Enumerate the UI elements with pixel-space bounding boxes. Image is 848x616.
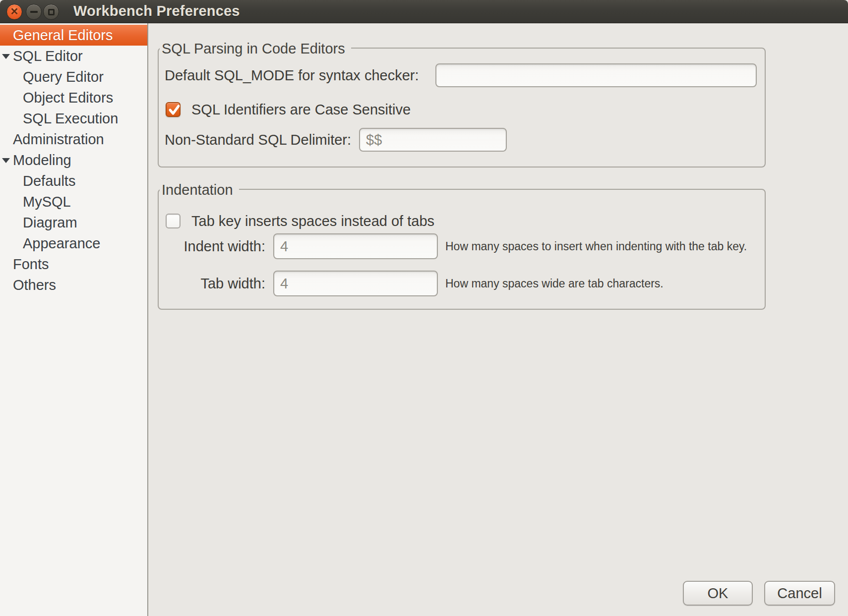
preferences-sidebar: General Editors SQL Editor Query Editor …	[0, 23, 148, 616]
sidebar-item-defaults[interactable]: Defaults	[0, 170, 147, 191]
ok-button[interactable]: OK	[683, 581, 753, 606]
sidebar-item-modeling[interactable]: Modeling	[0, 150, 147, 170]
case-sensitive-checkbox[interactable]	[166, 102, 181, 117]
sidebar-item-object-editors[interactable]: Object Editors	[0, 87, 147, 108]
expander-triangle-icon[interactable]	[2, 54, 10, 59]
indent-width-hint: How many spaces to insert when indenting…	[445, 239, 747, 254]
delimiter-input[interactable]	[359, 128, 507, 152]
sidebar-item-others[interactable]: Others	[0, 275, 147, 295]
sidebar-item-sql-execution[interactable]: SQL Execution	[0, 108, 147, 129]
sidebar-item-general-editors[interactable]: General Editors	[0, 25, 147, 46]
group-title-sql-parsing: SQL Parsing in Code Editors	[160, 40, 351, 57]
sidebar-item-label: SQL Execution	[23, 111, 118, 126]
close-icon: ✕	[10, 6, 19, 16]
close-button[interactable]: ✕	[6, 4, 22, 20]
tab-spaces-label: Tab key inserts spaces instead of tabs	[191, 213, 434, 229]
sidebar-item-sql-editor[interactable]: SQL Editor	[0, 46, 147, 66]
sql-mode-input[interactable]	[435, 63, 757, 87]
sidebar-item-label: Object Editors	[23, 90, 113, 106]
sidebar-item-label: General Editors	[13, 27, 113, 43]
titlebar: ✕ Workbench Preferences	[0, 0, 848, 23]
group-title-indentation: Indentation	[160, 181, 239, 199]
minimize-button[interactable]	[26, 4, 42, 20]
sidebar-item-label: Appearance	[23, 235, 100, 251]
minimize-icon	[30, 11, 38, 13]
sidebar-item-administration[interactable]: Administration	[0, 129, 147, 150]
tab-width-hint: How many spaces wide are tab characters.	[445, 276, 664, 291]
sidebar-item-label: Modeling	[13, 152, 71, 168]
sidebar-item-mysql[interactable]: MySQL	[0, 191, 147, 212]
sidebar-item-query-editor[interactable]: Query Editor	[0, 66, 147, 87]
group-indentation: Indentation Tab key inserts spaces inste…	[158, 189, 766, 310]
window-title: Workbench Preferences	[73, 0, 240, 23]
sidebar-nav: General Editors SQL Editor Query Editor …	[0, 25, 147, 295]
maximize-button[interactable]	[43, 4, 59, 20]
tab-width-input[interactable]	[273, 271, 438, 296]
checkmark-icon	[166, 102, 182, 118]
cancel-button[interactable]: Cancel	[764, 581, 835, 606]
sidebar-item-label: Defaults	[23, 173, 75, 189]
indent-width-input[interactable]	[273, 233, 438, 259]
sql-mode-label: Default SQL_MODE for syntax checker:	[165, 63, 419, 87]
sidebar-item-label: SQL Editor	[13, 48, 83, 64]
indent-width-label: Indent width:	[165, 238, 265, 255]
case-sensitive-label: SQL Identifiers are Case Sensitive	[191, 101, 411, 118]
sidebar-item-label: Administration	[13, 131, 104, 147]
preferences-window: ✕ Workbench Preferences General Editors …	[0, 0, 848, 616]
tab-spaces-checkbox[interactable]	[166, 214, 181, 228]
tab-width-label: Tab width:	[165, 275, 265, 292]
expander-triangle-icon[interactable]	[2, 158, 10, 163]
sidebar-item-diagram[interactable]: Diagram	[0, 212, 147, 233]
sidebar-item-label: Query Editor	[23, 69, 104, 85]
sidebar-item-fonts[interactable]: Fonts	[0, 254, 147, 275]
sidebar-item-label: MySQL	[23, 194, 71, 210]
sidebar-item-label: Diagram	[23, 215, 77, 230]
group-sql-parsing: SQL Parsing in Code Editors Default SQL_…	[158, 48, 766, 168]
delimiter-label: Non-Standard SQL Delimiter:	[165, 131, 351, 148]
maximize-icon	[48, 9, 55, 15]
sidebar-item-label: Fonts	[13, 256, 49, 272]
sidebar-item-appearance[interactable]: Appearance	[0, 233, 147, 254]
sidebar-item-label: Others	[13, 277, 56, 293]
